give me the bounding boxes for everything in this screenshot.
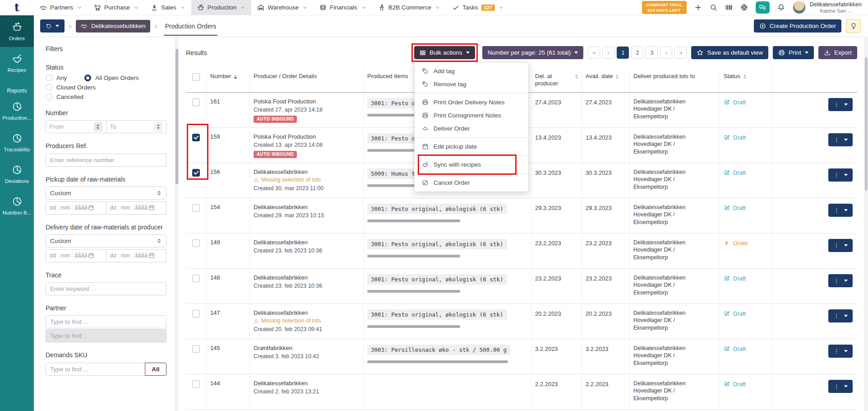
status-option-all-open-orders[interactable]: All Open Orders: [84, 75, 139, 81]
status-option-any[interactable]: Any: [46, 75, 84, 81]
chevron-down-icon: [844, 174, 848, 176]
row-checkbox[interactable]: [192, 275, 200, 282]
sidebar-item-label: Nutrition B...: [3, 210, 31, 215]
row-checkbox[interactable]: [192, 345, 200, 353]
sidebar-item-recipes[interactable]: Recipes: [0, 47, 34, 79]
pickup-date-from[interactable]: dd . mm . åååå: [46, 202, 106, 214]
pagination-first[interactable]: «: [588, 47, 600, 59]
row-actions-button[interactable]: ⋮: [828, 168, 853, 182]
delivery-date-from[interactable]: dd . mm . åååå: [46, 250, 106, 262]
menu-item-cancel-order[interactable]: Cancel Order: [415, 176, 528, 189]
row-actions-button[interactable]: ⋮: [828, 98, 853, 111]
row-checkbox[interactable]: [192, 204, 200, 212]
demands-sku-all-button[interactable]: All: [145, 363, 166, 376]
help-bulb-button[interactable]: [846, 19, 861, 33]
per-page-button[interactable]: Number per page: 25 (61 total): [482, 46, 584, 59]
chat-button[interactable]: [756, 1, 770, 14]
sidebar-item-orders[interactable]: Orders: [0, 15, 34, 47]
status-option-closed-orders[interactable]: Closed Orders: [46, 84, 166, 91]
history-button[interactable]: [40, 19, 65, 33]
nav-item-sales[interactable]: Sales: [145, 0, 191, 15]
delivery-date-to[interactable]: dd . mm . åååå: [106, 250, 166, 262]
sidebar-item-production[interactable]: Production...: [0, 95, 34, 126]
export-button[interactable]: Export: [818, 46, 857, 59]
row-actions-button[interactable]: ⋮: [828, 274, 853, 287]
stepper-icon[interactable]: [154, 122, 162, 131]
page-scrollbar[interactable]: [864, 37, 868, 411]
row-actions-button[interactable]: ⋮: [828, 204, 853, 217]
search-icon[interactable]: [710, 4, 717, 11]
nav-item-partners[interactable]: Partners: [34, 0, 88, 15]
row-actions-button[interactable]: ⋮: [828, 133, 853, 146]
scrollbar-thumb[interactable]: [865, 57, 868, 191]
number-from-input[interactable]: [50, 123, 92, 130]
pagination-prev[interactable]: ‹: [602, 47, 614, 59]
pagination-page-1[interactable]: 1: [617, 47, 629, 59]
row-checkbox[interactable]: [192, 239, 200, 247]
menu-item-add-tag[interactable]: Add tag: [415, 65, 528, 78]
row-checkbox[interactable]: [192, 134, 200, 141]
delivery-date-select[interactable]: Custom: [46, 234, 166, 248]
sort-icon[interactable]: [743, 75, 746, 79]
create-production-order-button[interactable]: Create Production Order: [754, 19, 841, 33]
pagination-page-2[interactable]: 2: [631, 47, 643, 59]
menu-item-remove-tag[interactable]: Remove tag: [415, 78, 528, 91]
produced-item-chip: 3001: Pesto original, økologisk (6 stk): [367, 239, 507, 249]
nav-item-warehouse[interactable]: Warehouse: [251, 0, 314, 15]
menu-item-print-consignment-notes[interactable]: Print Consignment Notes: [415, 109, 528, 122]
menu-item-sync-with-recipes[interactable]: Sync with recipes: [415, 158, 528, 171]
app-logo[interactable]: t: [0, 1, 34, 14]
sidebar-item-deviations[interactable]: Deviations: [0, 158, 34, 190]
nav-item-purchase[interactable]: Purchase: [88, 0, 145, 15]
bolt-icon: [724, 240, 730, 246]
row-actions-button[interactable]: ⋮: [828, 345, 853, 358]
sort-icon[interactable]: [234, 75, 237, 79]
row-actions-button[interactable]: ⋮: [828, 309, 853, 322]
user-menu[interactable]: Delikatessefabrikken Katrine Søn ...: [793, 1, 862, 14]
row-checkbox[interactable]: [192, 98, 200, 106]
filters-scrollbar[interactable]: [175, 37, 179, 411]
save-default-view-button[interactable]: Save as default view: [691, 46, 768, 59]
pagination-next[interactable]: ›: [660, 47, 672, 59]
trace-input[interactable]: [50, 285, 162, 292]
stepper-icon[interactable]: [94, 122, 102, 131]
barcode-icon[interactable]: [725, 4, 733, 11]
row-actions-button[interactable]: ⋮: [828, 380, 853, 393]
help-lifebuoy-icon[interactable]: [740, 4, 748, 11]
row-checkbox[interactable]: [192, 380, 200, 388]
pagination-last[interactable]: »: [674, 47, 687, 59]
pickup-date-select[interactable]: Custom: [46, 187, 166, 200]
number-to-input[interactable]: [110, 123, 152, 130]
print-button[interactable]: Print: [773, 46, 814, 59]
nav-item-production[interactable]: Production: [191, 0, 252, 15]
row-actions-button[interactable]: ⋮: [828, 239, 853, 252]
nav-item-tasks[interactable]: Tasks 327: [446, 0, 510, 15]
status-option-cancelled[interactable]: Cancelled: [46, 93, 166, 100]
cart-icon: [94, 4, 101, 11]
pagination-page-3[interactable]: 3: [646, 47, 658, 59]
row-checkbox[interactable]: [192, 169, 200, 177]
pickup-date-to[interactable]: dd . mm . åååå: [106, 202, 166, 214]
bulk-actions-button[interactable]: Bulk actions: [414, 46, 475, 59]
scrollbar-thumb[interactable]: [175, 49, 178, 184]
menu-item-deliver-order[interactable]: Deliver Order: [415, 122, 528, 135]
partner-chip[interactable]: Delikatessebutikken: [76, 20, 150, 33]
partner-input[interactable]: [50, 318, 162, 325]
nav-item-financials[interactable]: Financials: [314, 0, 372, 15]
menu-item-edit-pickup-date[interactable]: Edit pickup date: [415, 140, 528, 153]
sort-icon[interactable]: [616, 75, 619, 79]
avail-date: 20.2.2023: [582, 304, 630, 339]
demands-sku-input[interactable]: [50, 366, 141, 373]
producers-ref-input[interactable]: [50, 157, 162, 163]
menu-item-print-order-delivery-notes[interactable]: Print Order Delivery Notes: [415, 96, 528, 109]
sidebar-item-nutrition-b[interactable]: Nutrition B...: [0, 190, 34, 221]
bell-icon[interactable]: [777, 4, 785, 11]
plus-icon[interactable]: [694, 4, 702, 11]
sidebar-item-traceability[interactable]: Traceability: [0, 126, 34, 158]
sort-icon[interactable]: [575, 75, 578, 79]
row-checkbox[interactable]: [192, 310, 200, 318]
select-all-checkbox[interactable]: [192, 73, 200, 81]
page-title[interactable]: Production Orders: [164, 17, 218, 36]
status-badge: Draft: [724, 310, 768, 317]
nav-item-b2b-commerce[interactable]: B2B Commerce: [372, 0, 446, 15]
